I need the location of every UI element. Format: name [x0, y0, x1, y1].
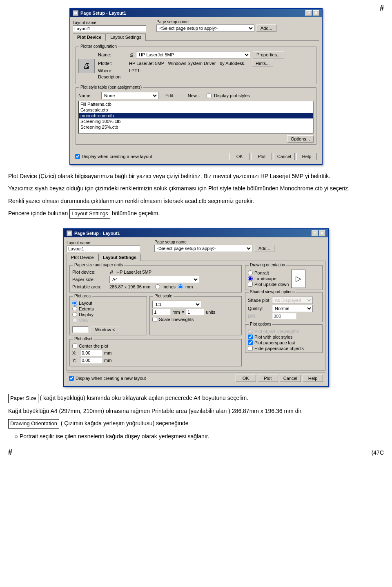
center-plot-checkbox[interactable] [72, 344, 77, 348]
plot-upside-down-checkbox[interactable] [248, 282, 253, 287]
name-label: Name: [98, 52, 127, 57]
d2-cancel-button[interactable]: Cancel [280, 375, 301, 382]
d2-display-when-creating-checkbox[interactable] [69, 376, 74, 381]
offset-x-input[interactable] [80, 350, 102, 356]
dialog2-titlebar: ⊞ Page Setup - Layout1 ? ✕ [64, 229, 328, 237]
display-radio[interactable] [72, 312, 77, 317]
tab-layout-settings[interactable]: Layout Settings [106, 33, 146, 41]
scale-equals: = [182, 310, 184, 315]
dialog1-titlebar: ⊞ Page Setup - Layout1 ? ✕ [70, 9, 322, 17]
offset-x-unit: mm [104, 350, 111, 355]
properties-button[interactable]: Properties... [253, 51, 284, 58]
inches-radio[interactable] [155, 284, 160, 289]
mm-radio[interactable] [178, 284, 183, 289]
d2-layout-name-input[interactable] [67, 246, 140, 252]
orientation-icon: ▷ [291, 270, 305, 288]
dialog2-title: Page Setup - Layout1 [74, 231, 120, 236]
quality-select[interactable]: Normal [272, 305, 313, 312]
extents-radio[interactable] [72, 306, 77, 311]
d2-printable-area-label: Printable area: [72, 284, 107, 289]
hide-paperspace-objects-checkbox[interactable] [248, 346, 253, 351]
para4: Pencere içinde bulunan Layout Settings b… [8, 209, 384, 219]
list-item[interactable]: Grayscale.ctb [79, 107, 313, 113]
d2-ok-button[interactable]: OK [236, 375, 256, 382]
d2-tab-layout-settings[interactable]: Layout Settings [98, 254, 141, 261]
shade-plot-select[interactable]: As Displayed [272, 297, 313, 304]
scale-units-label: units [206, 310, 215, 315]
d2-plot-device-value: HP LaserJet 5MP [116, 270, 151, 275]
window-input[interactable] [72, 326, 89, 333]
plotter-label: Plotter: [98, 61, 127, 66]
list-item[interactable]: Screening 25%.ctb [79, 124, 313, 130]
plot-paperspace-last-checkbox[interactable] [248, 340, 253, 345]
hash-top: # [380, 4, 384, 13]
dialog2-help-btn[interactable]: ? [312, 230, 318, 236]
listbox[interactable]: Fill Patterns.ctb Grayscale.ctb monochro… [78, 101, 314, 134]
where-value: LPT1: [129, 68, 141, 73]
d2-plot-device-icon: 🖨 [109, 270, 114, 275]
para2: Yazıcımız siyah beyaz olduğu için çizimd… [8, 184, 384, 193]
add-button[interactable]: Add... [256, 25, 276, 32]
scale-lineweights-label: Scale lineweights [159, 317, 194, 322]
d2-plot-button[interactable]: Plot [258, 375, 278, 382]
display-plot-styles-checkbox[interactable] [207, 93, 212, 98]
name-select[interactable]: HP LaserJet 5MP [136, 51, 250, 58]
display-when-creating-checkbox[interactable] [75, 154, 80, 159]
hide-paperspace-objects-label: Hide paperspace objects [254, 346, 304, 351]
d2-add-button[interactable]: Add... [254, 245, 274, 252]
cancel-button[interactable]: Cancel [274, 153, 295, 160]
dpi-input[interactable] [272, 313, 296, 319]
view-radio-label: View [79, 318, 89, 323]
options-button[interactable]: Options... [287, 135, 314, 143]
plot-style-title: Plot style table (pen assignments) [79, 85, 143, 89]
d2-tab-plot-device[interactable]: Plot Device [67, 254, 98, 261]
paper-size-para: Paper Size ( kağıt büyüklüğü) kısmında o… [8, 393, 384, 403]
plot-with-plot-styles-checkbox[interactable] [248, 335, 253, 339]
dialog2-close-btn[interactable]: ✕ [319, 230, 325, 236]
tab-plot-device[interactable]: Plot Device [73, 33, 106, 41]
help-button[interactable]: Help [296, 153, 317, 160]
ok-button[interactable]: OK [229, 153, 250, 160]
drawing-orientation-title: Drawing orientation [249, 263, 286, 267]
portrait-radio[interactable] [248, 270, 253, 275]
intro-paragraph: Plot Device (Çizici) olarak bilgisayarım… [8, 172, 384, 181]
window-button[interactable]: Window < [91, 326, 119, 333]
display-radio-label: Display [79, 312, 94, 317]
offset-y-input[interactable] [80, 357, 102, 364]
dialog2: ⊞ Page Setup - Layout1 ? ✕ Layout name P… [63, 228, 329, 387]
scale-num1-input[interactable] [152, 309, 171, 315]
dialog1-help-btn[interactable]: ? [305, 10, 312, 16]
layout-name-input[interactable] [73, 25, 146, 32]
edit-button[interactable]: Edit... [161, 92, 181, 99]
d2-page-setup-name-select[interactable]: <Select page setup to apply> [154, 245, 252, 252]
list-item[interactable]: monochrome.ctb [79, 113, 313, 118]
portrait-label: Portrait [254, 270, 269, 275]
scale-select[interactable]: 1:1 [152, 301, 201, 308]
plot-object-lineweights-checkbox[interactable] [248, 329, 253, 334]
para3: Renkli yazıcı olması durumunda çıktıları… [8, 196, 384, 205]
layout-name-label: Layout name [73, 20, 154, 25]
extents-radio-label: Extents [79, 306, 94, 311]
plot-button[interactable]: Plot [252, 153, 272, 160]
layout-radio[interactable] [72, 301, 77, 306]
page-setup-name-select[interactable]: <Select page setup to apply> [156, 25, 254, 32]
dialog2-titlebar-icon: ⊞ [67, 230, 72, 236]
dialog1-close-btn[interactable]: ✕ [313, 10, 319, 16]
scale-num2-input[interactable] [186, 309, 204, 315]
drawing-orientation-box: Drawing Orientation [8, 419, 59, 429]
new-button[interactable]: New... [184, 92, 204, 99]
landscape-radio[interactable] [248, 276, 253, 281]
d2-page-setup-name-label: Page setup name [154, 240, 325, 244]
d2-help-button[interactable]: Help [303, 375, 323, 382]
dialog1-titlebar-icon: ⊞ [73, 10, 78, 16]
shade-plot-label: Shade plot [248, 298, 270, 303]
view-radio[interactable] [72, 318, 77, 323]
d2-paper-size-select[interactable]: A4 [109, 276, 199, 283]
hash-bottom: # [8, 448, 12, 457]
layout-radio-label: Layout [79, 301, 92, 306]
scale-lineweights-checkbox[interactable] [152, 317, 157, 322]
list-item[interactable]: Fill Patterns.ctb [79, 101, 313, 107]
style-name-select[interactable]: None [101, 92, 158, 99]
hints-button[interactable]: Hints... [252, 60, 273, 67]
list-item[interactable]: Screening 100%.ctb [79, 118, 313, 124]
